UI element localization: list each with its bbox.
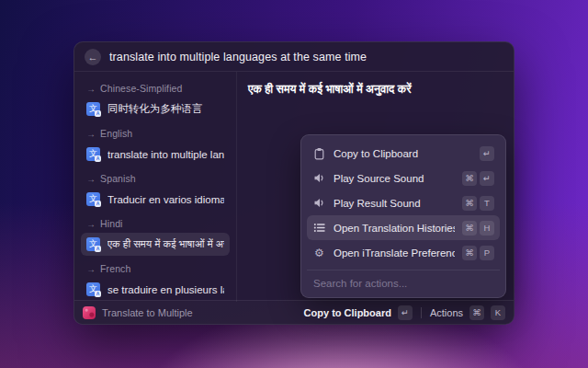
arrow-left-icon: ← bbox=[88, 52, 98, 63]
section-label: English bbox=[100, 128, 132, 139]
actions-panel: Copy to Clipboard ↵ Play Source Sound ⌘ … bbox=[300, 134, 506, 298]
arrow-right-icon: → bbox=[86, 219, 96, 229]
search-bar: ← translate into multiple languages at t… bbox=[74, 42, 514, 72]
section-header-english: → English bbox=[81, 124, 230, 141]
section-header-french: → French bbox=[81, 259, 230, 276]
arrow-right-icon: → bbox=[86, 264, 96, 274]
action-label: Play Source Sound bbox=[334, 173, 455, 184]
list-item-english[interactable]: 文 translate into multiple language... bbox=[81, 143, 230, 166]
translate-icon: 文 bbox=[86, 237, 100, 251]
section-header-spanish: → Spanish bbox=[81, 169, 230, 186]
itranslate-app-icon bbox=[83, 306, 96, 319]
list-item-french[interactable]: 文 se traduire en plusieurs langues... bbox=[81, 278, 230, 301]
list-item-label: एक ही समय में कई भाषाओं में अनुवाद करें bbox=[107, 238, 224, 250]
action-play-result-sound[interactable]: Play Result Sound ⌘ T bbox=[307, 190, 500, 215]
actions-menu-button[interactable]: Actions bbox=[430, 307, 463, 318]
section-label: Hindi bbox=[100, 218, 122, 229]
list-item-hindi-selected[interactable]: 文 एक ही समय में कई भाषाओं में अनुवाद करे… bbox=[81, 233, 230, 256]
list-item-label: se traduire en plusieurs langues... bbox=[107, 284, 224, 295]
gear-icon: ⚙ bbox=[312, 247, 326, 259]
speaker-icon bbox=[312, 172, 326, 184]
key-return: ↵ bbox=[398, 305, 413, 320]
action-copy-to-clipboard[interactable]: Copy to Clipboard ↵ bbox=[307, 141, 500, 166]
key-cmd: ⌘ bbox=[469, 305, 484, 320]
footer-bar: Translate to Multiple Copy to Clipboard … bbox=[74, 300, 514, 324]
launcher-window: ← translate into multiple languages at t… bbox=[74, 41, 514, 325]
translate-icon: 文 bbox=[86, 147, 100, 161]
translate-icon: 文 bbox=[86, 282, 100, 296]
translate-icon: 文 bbox=[86, 192, 100, 206]
key-cmd: ⌘ bbox=[462, 171, 477, 186]
section-label: French bbox=[100, 263, 130, 274]
section-header-chinese: → Chinese-Simplified bbox=[81, 79, 230, 96]
search-input[interactable]: translate into multiple languages at the… bbox=[109, 51, 367, 63]
clipboard-icon bbox=[312, 147, 326, 160]
action-label: Copy to Clipboard bbox=[334, 148, 472, 159]
key-return: ↵ bbox=[480, 146, 494, 161]
key-cmd: ⌘ bbox=[462, 246, 477, 260]
action-open-itranslate-preferences[interactable]: ⚙ Open iTranslate Preferences ⌘ P bbox=[307, 240, 500, 265]
action-label: Open iTranslate Preferences bbox=[334, 247, 455, 259]
actions-search-input[interactable]: Search for actions... bbox=[307, 270, 500, 297]
key-cmd: ⌘ bbox=[462, 196, 477, 211]
key-p: P bbox=[480, 246, 494, 260]
key-k: K bbox=[491, 305, 505, 320]
primary-action-button[interactable]: Copy to Clipboard bbox=[304, 307, 391, 318]
action-play-source-sound[interactable]: Play Source Sound ⌘ ↵ bbox=[307, 166, 500, 190]
back-button[interactable]: ← bbox=[85, 49, 101, 65]
key-t: T bbox=[480, 196, 494, 211]
list-item-label: Traducir en varios idiomas en el... bbox=[107, 194, 224, 205]
action-label: Open Translation Histories bbox=[334, 223, 455, 234]
translate-icon: 文 bbox=[86, 102, 100, 116]
list-item-label: translate into multiple language... bbox=[107, 149, 224, 160]
speaker-icon bbox=[312, 197, 326, 209]
command-name: Translate to Multiple bbox=[102, 307, 193, 318]
footer-divider bbox=[421, 307, 422, 318]
key-h: H bbox=[480, 221, 494, 236]
key-return: ↵ bbox=[480, 171, 494, 186]
action-open-translation-histories[interactable]: Open Translation Histories ⌘ H bbox=[307, 215, 500, 240]
action-label: Play Result Sound bbox=[334, 198, 455, 209]
results-list: → Chinese-Simplified 文 同时转化为多种语言 → Engli… bbox=[74, 72, 237, 302]
section-header-hindi: → Hindi bbox=[81, 214, 230, 231]
section-label: Spanish bbox=[100, 173, 136, 184]
list-icon bbox=[312, 222, 326, 234]
list-item-chinese[interactable]: 文 同时转化为多种语言 bbox=[81, 98, 230, 121]
list-item-label: 同时转化为多种语言 bbox=[107, 102, 203, 116]
arrow-right-icon: → bbox=[86, 129, 96, 139]
key-cmd: ⌘ bbox=[462, 221, 477, 236]
arrow-right-icon: → bbox=[86, 174, 96, 184]
list-item-spanish[interactable]: 文 Traducir en varios idiomas en el... bbox=[81, 188, 230, 211]
arrow-right-icon: → bbox=[86, 84, 96, 94]
section-label: Chinese-Simplified bbox=[100, 83, 182, 94]
translation-result-text: एक ही समय में कई भाषाओं में अनुवाद करें bbox=[248, 82, 503, 98]
